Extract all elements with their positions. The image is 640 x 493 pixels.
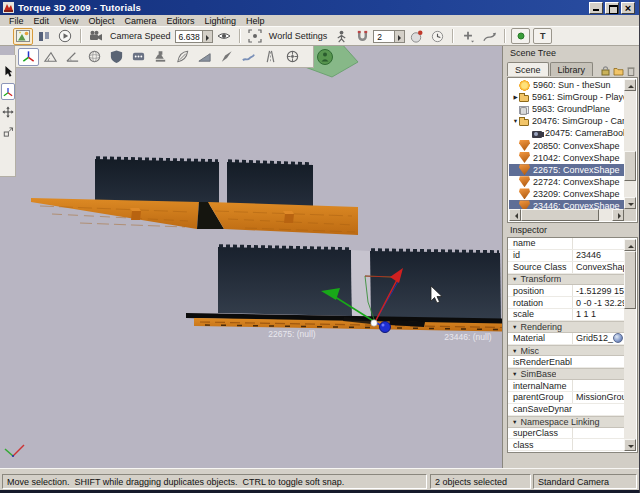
menu-item[interactable]: Lighting xyxy=(199,16,241,26)
select-tool-button[interactable] xyxy=(1,63,15,80)
snap-size-field[interactable]: 2 xyxy=(373,30,405,43)
property-value[interactable] xyxy=(572,428,625,439)
drop-location-button[interactable] xyxy=(479,28,499,45)
inspector-row[interactable]: scale 1 1 1 xyxy=(508,309,625,321)
drop-player-button[interactable] xyxy=(331,28,351,45)
bounds-toggle-button[interactable] xyxy=(511,28,530,44)
inspector-row[interactable]: ▼ Rendering xyxy=(508,321,625,333)
scene-tree-item[interactable]: 23446: ConvexShape xyxy=(509,200,624,209)
inspector-row[interactable]: rotation 0 -0 -1 32.2985 xyxy=(508,297,625,309)
scroll-down-button[interactable] xyxy=(624,197,636,209)
scale-tool-button[interactable] xyxy=(1,123,15,140)
property-value[interactable]: Grid512_ xyxy=(572,333,625,344)
inspector-row[interactable]: superClass xyxy=(508,428,625,440)
expand-arrow[interactable]: ▼ xyxy=(512,118,519,124)
terrain-painter-button[interactable] xyxy=(62,48,83,66)
inspector-row[interactable]: internalName xyxy=(508,380,625,392)
gizmo-origin[interactable] xyxy=(371,320,377,326)
inspector-row[interactable]: parentGroup MissionGroup xyxy=(508,392,625,404)
group-arrow-icon[interactable]: ▼ xyxy=(512,348,517,354)
scene-tree-item[interactable]: 20475: CameraBookmark xyxy=(509,127,624,139)
property-value[interactable]: 23446 xyxy=(572,250,625,261)
scene-tree-item[interactable]: ▶ 5961: SimGroup - PlayerDro xyxy=(509,91,624,103)
scene-tree-item[interactable]: 5960: Sun - theSun xyxy=(509,79,624,91)
tree-horizontal-scrollbar[interactable] xyxy=(509,209,624,221)
property-value[interactable]: -1.51299 15.85 xyxy=(572,285,625,296)
scroll-up-button[interactable] xyxy=(624,79,636,91)
scene-tree-item[interactable]: 22724: ConvexShape xyxy=(509,176,624,188)
menu-item[interactable]: View xyxy=(54,16,83,26)
move-tool-button[interactable] xyxy=(1,83,15,100)
inspector-row[interactable]: isRenderEnabled xyxy=(508,356,625,368)
menu-item[interactable]: File xyxy=(4,16,29,26)
forest-editor-button[interactable] xyxy=(172,48,193,66)
inspector-row[interactable]: Material Grid512_ xyxy=(508,333,625,345)
camera-speed-spinner[interactable] xyxy=(202,31,212,42)
road-path-editor-button[interactable] xyxy=(260,48,281,66)
property-value[interactable]: 0 -0 -1 32.2985 xyxy=(572,297,625,308)
tab-scene[interactable]: Scene xyxy=(507,62,549,76)
inspector-row[interactable]: Source Class ConvexShape xyxy=(508,262,625,274)
grid-snap-button[interactable] xyxy=(406,28,426,45)
world-settings-button[interactable] xyxy=(245,28,265,45)
snap-size-value[interactable]: 2 xyxy=(374,31,394,42)
inspector-row[interactable]: name xyxy=(508,238,625,250)
menu-item[interactable]: Help xyxy=(241,16,270,26)
object-snap-button[interactable] xyxy=(352,28,372,45)
object-editor-button[interactable] xyxy=(18,48,39,66)
property-value[interactable] xyxy=(572,380,625,391)
inspector-row[interactable]: ▼ Namespace Linking xyxy=(508,416,625,428)
scroll-up-button[interactable] xyxy=(624,239,636,251)
scroll-thumb[interactable] xyxy=(521,209,599,221)
text-toggle-button[interactable]: T xyxy=(533,28,552,44)
decal-editor-button[interactable] xyxy=(216,48,237,66)
lock-icon-button[interactable] xyxy=(601,66,610,76)
inspector-row[interactable]: id 23446 xyxy=(508,250,625,262)
scene-tree-item[interactable]: 21042: ConvexShape xyxy=(509,152,624,164)
soft-snap-button[interactable] xyxy=(427,28,447,45)
tab-library[interactable]: Library xyxy=(550,62,594,76)
close-button[interactable] xyxy=(621,2,635,14)
delete-trash-button[interactable] xyxy=(627,66,635,76)
scroll-thumb[interactable] xyxy=(624,151,636,181)
scroll-left-button[interactable] xyxy=(509,209,521,221)
scroll-thumb[interactable] xyxy=(624,251,636,309)
menu-item[interactable]: Camera xyxy=(119,16,161,26)
menu-item[interactable]: Editors xyxy=(161,16,199,26)
world-editor-button[interactable] xyxy=(13,28,33,45)
group-arrow-icon[interactable]: ▼ xyxy=(512,324,517,330)
expand-arrow[interactable]: ▶ xyxy=(512,94,519,100)
mesh-road-editor-button[interactable] xyxy=(194,48,215,66)
inspector-row[interactable]: ▼ Misc xyxy=(508,345,625,357)
inspector-row[interactable]: class xyxy=(508,439,625,451)
world-settings-label[interactable]: World Settings xyxy=(269,31,327,41)
scene-tree-item[interactable]: 5963: GroundPlane xyxy=(509,103,624,115)
viewport-3d[interactable]: 22675: (null) 23446: (null) xyxy=(0,46,502,468)
menu-item[interactable]: Object xyxy=(83,16,119,26)
property-value[interactable] xyxy=(572,439,625,450)
minimize-button[interactable] xyxy=(589,2,603,14)
group-arrow-icon[interactable]: ▼ xyxy=(512,419,517,425)
property-value[interactable]: MissionGroup xyxy=(572,392,625,403)
inspector-row[interactable]: canSaveDynamicF xyxy=(508,404,625,416)
menu-item[interactable]: Edit xyxy=(29,16,55,26)
maximize-button[interactable] xyxy=(605,2,619,14)
new-group-folder-button[interactable] xyxy=(613,66,624,76)
scroll-right-button[interactable] xyxy=(612,209,624,221)
title-bar[interactable]: Torque 3D 2009 - Tutorials xyxy=(0,0,639,15)
snap-size-spinner[interactable] xyxy=(394,31,404,42)
scene-tree-item[interactable]: 22675: ConvexShape xyxy=(509,164,624,176)
tree-vertical-scrollbar[interactable] xyxy=(624,79,636,209)
river-editor-button[interactable] xyxy=(238,48,259,66)
material-editor-button[interactable] xyxy=(84,48,105,66)
scene-tree-item[interactable]: 23209: ConvexShape xyxy=(509,188,624,200)
inspector-row[interactable]: ▼ SimBase xyxy=(508,368,625,380)
shape-editor-button[interactable] xyxy=(282,48,303,66)
property-value[interactable]: 1 1 1 xyxy=(572,309,625,320)
scroll-down-button[interactable] xyxy=(624,439,636,451)
visibility-button[interactable] xyxy=(214,28,234,45)
camera-speed-field[interactable]: 6.638 xyxy=(175,30,213,43)
inspector-row[interactable]: position -1.51299 15.85 xyxy=(508,285,625,297)
terrain-editor-button[interactable] xyxy=(40,48,61,66)
sketch-tool-button[interactable] xyxy=(106,48,127,66)
